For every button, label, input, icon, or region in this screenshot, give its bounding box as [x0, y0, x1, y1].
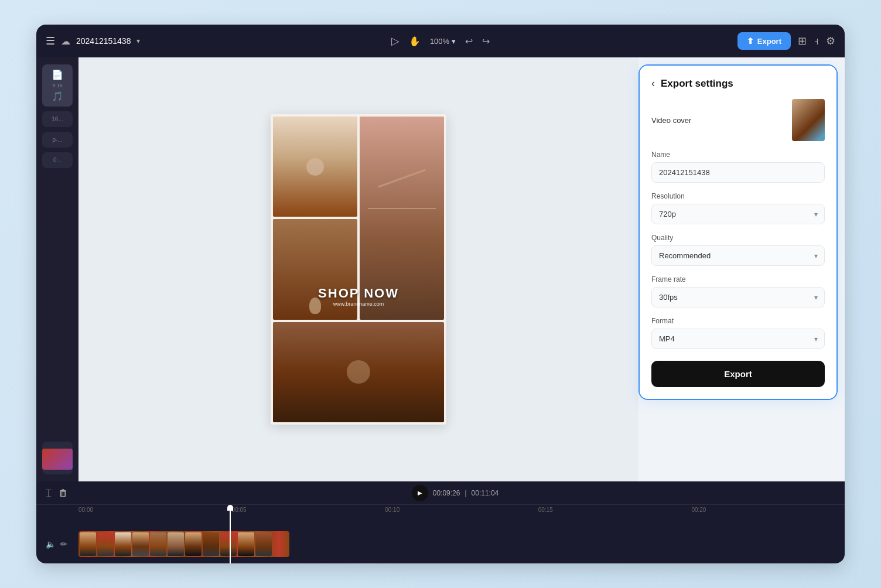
format-field-group: Format MP4 MOV ▾ [651, 317, 825, 349]
export-button-label: Export [757, 37, 781, 46]
export-panel: ‹ Export settings Video cover Name Resol… [638, 64, 838, 400]
delete-tool-icon[interactable]: 🗑 [59, 488, 68, 498]
clip-thumb-3 [115, 532, 131, 556]
clip-thumb-11 [255, 532, 272, 556]
ruler-mark-0: 00:00 [78, 507, 232, 513]
format-select[interactable]: MP4 MOV [651, 329, 825, 349]
split-view-icon[interactable]: ⫞ [814, 35, 819, 47]
volume-icon[interactable]: 🔈 [46, 539, 56, 549]
playhead-top [227, 505, 233, 511]
timeline-area: ⌶ 🗑 ▶ 00:09:26 | 00:11:04 00:00 00:05 00… [36, 481, 845, 563]
framerate-select-wrapper: 30fps 60fps ▾ [651, 287, 825, 307]
sidebar-thumb-item[interactable] [42, 442, 73, 474]
sticker-icon: 0... [53, 157, 62, 163]
tiktok-icon: 🎵 [52, 91, 63, 102]
playback-controls: ▶ 00:09:26 | 00:11:04 [412, 485, 499, 501]
zoom-chevron-icon: ▾ [452, 37, 456, 46]
sidebar-item-4[interactable]: 0... [42, 152, 73, 168]
sidebar-item-2[interactable]: 16... [42, 111, 73, 127]
settings-icon[interactable]: ⚙ [826, 35, 835, 47]
topbar-right: ⬆ Export ⊞ ⫞ ⚙ [497, 32, 835, 50]
export-upload-icon: ⬆ [747, 36, 754, 46]
layout-icon[interactable]: ⊞ [798, 35, 807, 47]
video-cover-thumb-inner [792, 99, 825, 141]
sidebar-item-3[interactable]: p-... [42, 132, 73, 148]
sidebar-item-media[interactable]: 📄 9:16 🎵 [42, 64, 73, 107]
topbar-center: ▷ ✋ 100% ▾ ↩ ↪ [391, 35, 490, 47]
zoom-control[interactable]: 100% ▾ [430, 37, 456, 46]
current-time: 00:09:26 [433, 489, 460, 497]
left-sidebar: 📄 9:16 🎵 16... p-... 0... [36, 57, 78, 481]
main-content: 📄 9:16 🎵 16... p-... 0... [36, 57, 845, 481]
text-icon: p-... [52, 136, 62, 143]
quality-select-wrapper: Recommended High Low ▾ [651, 245, 825, 266]
project-name: 202412151438 [76, 36, 131, 46]
sidebar-item-duration: 9:16 [52, 83, 63, 88]
quality-select[interactable]: Recommended High Low [651, 245, 825, 266]
quality-field-group: Quality Recommended High Low ▾ [651, 234, 825, 266]
clip-thumb-5 [150, 532, 166, 556]
timeline-playhead [230, 505, 231, 563]
canvas-area: SHOP NOW www.brandname.com [78, 57, 638, 481]
ruler-mark-3: 00:15 [538, 507, 692, 513]
shop-now-overlay: SHOP NOW www.brandname.com [318, 286, 399, 307]
export-button[interactable]: ⬆ Export [737, 32, 791, 50]
name-field-group: Name [651, 151, 825, 183]
resolution-select[interactable]: 720p 1080p [651, 204, 825, 224]
total-time: 00:11:04 [472, 489, 499, 497]
menu-icon[interactable]: ☰ [46, 35, 55, 47]
timeline-toolbar: ⌶ 🗑 ▶ 00:09:26 | 00:11:04 [36, 481, 845, 505]
edit-icon[interactable]: ✏ [60, 539, 67, 549]
clip-thumb-6 [168, 532, 184, 556]
framerate-field-group: Frame rate 30fps 60fps ▾ [651, 275, 825, 307]
quality-label: Quality [651, 234, 825, 242]
timeline-ruler: 00:00 00:05 00:10 00:15 00:20 [78, 505, 845, 514]
video-cover-thumbnail[interactable] [792, 99, 825, 141]
topbar: ☰ ☁ 202412151438 ▾ ▷ ✋ 100% ▾ ↩ ↪ ⬆ Expo… [36, 25, 845, 57]
clip-thumb-7 [185, 532, 202, 556]
cursor-tool-icon[interactable]: ⌶ [46, 488, 52, 498]
resolution-select-wrapper: 720p 1080p ▾ [651, 204, 825, 224]
panel-header: ‹ Export settings [651, 77, 825, 90]
undo-icon[interactable]: ↩ [465, 36, 473, 47]
clip-thumb-2 [97, 532, 114, 556]
name-label: Name [651, 151, 825, 159]
timeline-tracks: 00:00 00:05 00:10 00:15 00:20 🔈 ✏ [36, 505, 845, 563]
export-action-button[interactable]: Export [651, 361, 825, 387]
framerate-label: Frame rate [651, 275, 825, 283]
clip-thumb-9 [220, 532, 237, 556]
time-separator: | [465, 489, 466, 497]
layers-icon: 16... [52, 116, 63, 122]
name-input[interactable] [651, 162, 825, 183]
project-dropdown-icon[interactable]: ▾ [136, 37, 140, 45]
sidebar-preview-thumb [42, 449, 73, 470]
video-track-clip[interactable] [78, 531, 289, 557]
clip-thumb-1 [80, 532, 96, 556]
hand-tool-icon[interactable]: ✋ [409, 36, 421, 47]
cloud-icon: ☁ [61, 36, 70, 47]
shop-now-url: www.brandname.com [318, 301, 399, 307]
play-button[interactable]: ▶ [412, 485, 428, 501]
ruler-mark-4: 00:20 [691, 507, 845, 513]
shop-now-text: SHOP NOW [318, 286, 399, 301]
back-icon[interactable]: ‹ [651, 77, 655, 90]
preview-play-icon[interactable]: ▷ [391, 35, 399, 47]
ruler-mark-1: 00:05 [232, 507, 385, 513]
resolution-field-group: Resolution 720p 1080p ▾ [651, 192, 825, 224]
track-content [78, 531, 289, 557]
ruler-mark-2: 00:10 [385, 507, 538, 513]
video-cover-section: Video cover [651, 99, 825, 141]
video-collage [271, 114, 446, 425]
clip-thumb-4 [132, 532, 149, 556]
file-icon: 📄 [52, 69, 63, 80]
framerate-select[interactable]: 30fps 60fps [651, 287, 825, 307]
video-cover-label: Video cover [651, 116, 691, 125]
video-preview: SHOP NOW www.brandname.com [271, 114, 446, 425]
play-icon: ▶ [418, 490, 422, 496]
format-label: Format [651, 317, 825, 325]
topbar-left: ☰ ☁ 202412151438 ▾ [46, 35, 384, 47]
panel-title: Export settings [661, 78, 733, 90]
redo-icon[interactable]: ↪ [482, 36, 490, 47]
resolution-label: Resolution [651, 192, 825, 200]
track-row: 🔈 ✏ [78, 529, 845, 559]
